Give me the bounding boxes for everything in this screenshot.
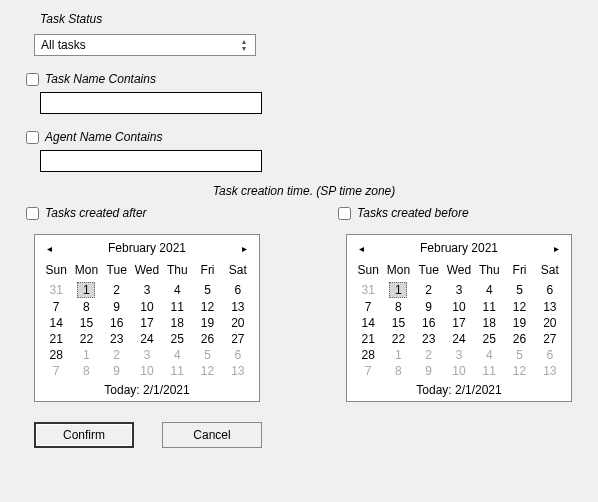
calendar-prev-icon[interactable]: ◂ [355,243,368,254]
calendar-day[interactable]: 24 [132,331,162,347]
calendar-day[interactable]: 7 [353,299,383,315]
created-before-checkbox[interactable] [338,207,351,220]
calendar-today-label[interactable]: Today: 2/1/2021 [41,379,253,397]
calendar-day[interactable]: 27 [223,331,253,347]
calendar-day[interactable]: 16 [102,315,132,331]
calendar-day[interactable]: 28 [41,347,71,363]
calendar-day[interactable]: 2 [102,281,132,299]
task-status-dropdown[interactable]: All tasks ▲▼ [34,34,256,56]
calendar-day[interactable]: 6 [223,347,253,363]
calendar-day[interactable]: 13 [535,299,565,315]
calendar-day[interactable]: 3 [444,347,474,363]
calendar-day[interactable]: 24 [444,331,474,347]
calendar-day[interactable]: 8 [71,299,101,315]
calendar-day[interactable]: 6 [223,281,253,299]
calendar-day[interactable]: 1 [383,347,413,363]
calendar-day[interactable]: 18 [474,315,504,331]
calendar-day[interactable]: 9 [414,363,444,379]
calendar-day[interactable]: 18 [162,315,192,331]
calendar-day[interactable]: 11 [474,363,504,379]
calendar-day[interactable]: 12 [192,363,222,379]
calendar-day[interactable]: 5 [192,281,222,299]
calendar-day[interactable]: 4 [162,281,192,299]
calendar-next-icon[interactable]: ▸ [550,243,563,254]
calendar-day[interactable]: 2 [414,347,444,363]
calendar-day[interactable]: 21 [353,331,383,347]
calendar-day[interactable]: 9 [102,299,132,315]
calendar-day[interactable]: 16 [414,315,444,331]
calendar-day[interactable]: 10 [132,363,162,379]
calendar-day[interactable]: 2 [102,347,132,363]
calendar-day[interactable]: 17 [444,315,474,331]
calendar-day[interactable]: 8 [71,363,101,379]
calendar-day[interactable]: 9 [102,363,132,379]
calendar-title[interactable]: February 2021 [420,241,498,255]
calendar-after[interactable]: ◂February 2021▸SunMonTueWedThuFriSat3112… [34,234,260,402]
calendar-day[interactable]: 10 [444,363,474,379]
calendar-day[interactable]: 10 [132,299,162,315]
calendar-day[interactable]: 4 [162,347,192,363]
calendar-day[interactable]: 1 [383,281,413,299]
calendar-day[interactable]: 13 [535,363,565,379]
calendar-day[interactable]: 22 [383,331,413,347]
calendar-day[interactable]: 3 [132,347,162,363]
agent-name-input[interactable] [40,150,262,172]
calendar-day[interactable]: 4 [474,347,504,363]
calendar-day[interactable]: 7 [353,363,383,379]
confirm-button[interactable]: Confirm [34,422,134,448]
calendar-day[interactable]: 3 [132,281,162,299]
calendar-day[interactable]: 19 [192,315,222,331]
calendar-day[interactable]: 11 [162,299,192,315]
created-after-checkbox[interactable] [26,207,39,220]
calendar-day[interactable]: 6 [535,347,565,363]
calendar-day[interactable]: 19 [504,315,534,331]
calendar-day[interactable]: 31 [41,281,71,299]
calendar-day[interactable]: 26 [192,331,222,347]
calendar-day[interactable]: 12 [504,299,534,315]
calendar-day[interactable]: 2 [414,281,444,299]
calendar-day[interactable]: 1 [71,281,101,299]
calendar-day[interactable]: 11 [162,363,192,379]
calendar-day[interactable]: 23 [102,331,132,347]
calendar-day[interactable]: 1 [71,347,101,363]
calendar-day[interactable]: 28 [353,347,383,363]
task-name-input[interactable] [40,92,262,114]
calendar-day[interactable]: 21 [41,331,71,347]
calendar-day[interactable]: 12 [504,363,534,379]
calendar-day[interactable]: 7 [41,363,71,379]
calendar-day[interactable]: 14 [353,315,383,331]
calendar-day[interactable]: 25 [474,331,504,347]
calendar-day[interactable]: 10 [444,299,474,315]
calendar-today-label[interactable]: Today: 2/1/2021 [353,379,565,397]
calendar-day[interactable]: 17 [132,315,162,331]
calendar-day[interactable]: 6 [535,281,565,299]
calendar-day[interactable]: 26 [504,331,534,347]
calendar-day[interactable]: 13 [223,299,253,315]
calendar-prev-icon[interactable]: ◂ [43,243,56,254]
calendar-day[interactable]: 4 [474,281,504,299]
calendar-day[interactable]: 15 [71,315,101,331]
calendar-day[interactable]: 9 [414,299,444,315]
calendar-day[interactable]: 27 [535,331,565,347]
calendar-day[interactable]: 20 [535,315,565,331]
calendar-title[interactable]: February 2021 [108,241,186,255]
calendar-day[interactable]: 5 [192,347,222,363]
calendar-day[interactable]: 5 [504,281,534,299]
calendar-day[interactable]: 7 [41,299,71,315]
calendar-day[interactable]: 31 [353,281,383,299]
agent-name-checkbox[interactable] [26,131,39,144]
calendar-before[interactable]: ◂February 2021▸SunMonTueWedThuFriSat3112… [346,234,572,402]
calendar-day[interactable]: 14 [41,315,71,331]
calendar-day[interactable]: 22 [71,331,101,347]
calendar-day[interactable]: 8 [383,299,413,315]
calendar-day[interactable]: 15 [383,315,413,331]
calendar-day[interactable]: 12 [192,299,222,315]
calendar-day[interactable]: 20 [223,315,253,331]
calendar-day[interactable]: 23 [414,331,444,347]
calendar-day[interactable]: 25 [162,331,192,347]
calendar-day[interactable]: 8 [383,363,413,379]
calendar-day[interactable]: 11 [474,299,504,315]
calendar-day[interactable]: 3 [444,281,474,299]
task-name-checkbox[interactable] [26,73,39,86]
calendar-next-icon[interactable]: ▸ [238,243,251,254]
